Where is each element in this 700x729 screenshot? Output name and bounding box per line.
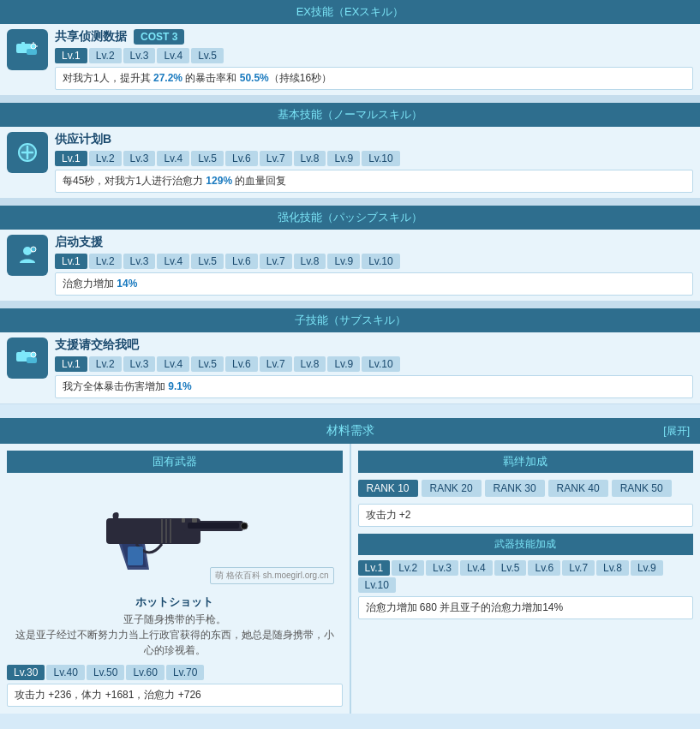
passive-skill-desc: 治愈力增加 14%: [55, 272, 693, 296]
ws-lv-tab-4[interactable]: Lv.5: [494, 560, 527, 576]
ex-skill-row: 共享侦测数据 COST 3 Lv.1 Lv.2 Lv.3 Lv.4 Lv.5 对…: [0, 24, 700, 96]
weapon-lv-tab-1[interactable]: Lv.40: [46, 665, 84, 680]
basic-skill-label: 基本技能（ノーマルスキル）: [278, 108, 422, 121]
sub-lv-tab-3[interactable]: Lv.4: [157, 356, 189, 372]
basic-lv-tab-0[interactable]: Lv.1: [55, 151, 87, 166]
svg-rect-17: [188, 523, 239, 529]
expand-button[interactable]: [展开]: [663, 424, 690, 439]
basic-lv-tab-2[interactable]: Lv.3: [123, 151, 156, 166]
svg-rect-23: [128, 547, 143, 565]
materials-body: 固有武器: [0, 444, 700, 714]
rank-tab-3[interactable]: RANK 40: [548, 480, 608, 497]
ws-lv-tab-0[interactable]: Lv.1: [358, 560, 391, 576]
ex-lv-tab-0[interactable]: Lv.1: [55, 48, 87, 63]
weapon-lv-desc: 攻击力 +236，体力 +1681，治愈力 +726: [7, 684, 343, 707]
watermark-text: 萌 格依百科 sh.moegirl.org.cn: [215, 571, 328, 580]
sub-lv-tab-0[interactable]: Lv.1: [55, 356, 87, 372]
ws-lv-tab-row2[interactable]: Lv.10: [358, 577, 396, 593]
svg-point-24: [241, 523, 248, 529]
ws-lv-tab-1[interactable]: Lv.2: [392, 560, 424, 576]
rank-tab-2[interactable]: RANK 30: [485, 480, 545, 497]
weapon-skill-section: 武器技能加成 Lv.1 Lv.2 Lv.3 Lv.4 Lv.5 Lv.6 Lv.…: [358, 534, 694, 619]
svg-rect-21: [192, 518, 197, 523]
basic-lv-tab-1[interactable]: Lv.2: [89, 151, 122, 166]
sub-lv-tab-4[interactable]: Lv.5: [191, 356, 224, 372]
passive-lv-tab-7[interactable]: Lv.8: [294, 254, 326, 269]
basic-lv-tab-6[interactable]: Lv.7: [260, 151, 292, 166]
passive-lv-tab-9[interactable]: Lv.10: [362, 254, 399, 269]
materials-title: 材料需求: [326, 423, 374, 439]
ws-lv-tab-3[interactable]: Lv.4: [460, 560, 493, 576]
passive-lv-tab-4[interactable]: Lv.5: [191, 254, 224, 269]
weapon-lv-tab-3[interactable]: Lv.60: [126, 665, 164, 680]
weapon-lv-tab-0[interactable]: Lv.30: [7, 665, 45, 680]
weapon-flavor: 亚子随身携带的手枪。 这是亚子经过不断努力力当上行政官获得的东西，她总是随身携带…: [7, 612, 343, 658]
ws-lv-tab-2[interactable]: Lv.3: [426, 560, 458, 576]
weapon-lv-tab-4[interactable]: Lv.70: [166, 665, 204, 680]
weapon-flavor-2: 这是亚子经过不断努力力当上行政官获得的东西，她总是随身携带，小心的珍视着。: [10, 627, 339, 658]
ex-level-tabs: Lv.1 Lv.2 Lv.3 Lv.4 Lv.5: [55, 48, 693, 63]
ex-skill-label: EX技能（EXスキル）: [296, 5, 404, 18]
ex-lv-tab-3[interactable]: Lv.4: [157, 48, 189, 63]
weapon-lv-tab-2[interactable]: Lv.50: [87, 665, 124, 680]
rank-desc: 攻击力 +2: [358, 504, 694, 527]
passive-lv-tab-6[interactable]: Lv.7: [260, 254, 292, 269]
rank-panel-title: 羁绊加成: [358, 451, 694, 473]
passive-lv-tab-3[interactable]: Lv.4: [157, 254, 189, 269]
rank-tab-1[interactable]: RANK 20: [422, 480, 482, 497]
rank-tabs: RANK 10 RANK 20 RANK 30 RANK 40 RANK 50: [358, 480, 694, 497]
passive-level-tabs: Lv.1 Lv.2 Lv.3 Lv.4 Lv.5 Lv.6 Lv.7 Lv.8 …: [55, 254, 693, 269]
ex-lv-tab-2[interactable]: Lv.3: [123, 48, 156, 63]
passive-skill-name: 启动支援: [55, 235, 103, 250]
passive-lv-tab-5[interactable]: Lv.6: [225, 254, 258, 269]
basic-skill-section: 基本技能（ノーマルスキル） 供应计划B Lv.1 Lv.2 Lv.3 Lv.4 …: [0, 103, 700, 199]
rank-panel: 羁绊加成 RANK 10 RANK 20 RANK 30 RANK 40 RAN…: [351, 444, 701, 714]
weapon-panel-title: 固有武器: [7, 451, 343, 473]
weapon-flavor-1: 亚子随身携带的手枪。: [10, 612, 339, 627]
ex-lv-tab-4[interactable]: Lv.5: [191, 48, 224, 63]
ex-skill-name: 共享侦测数据: [55, 29, 127, 45]
basic-skill-name: 供应计划B: [55, 132, 111, 147]
passive-lv-tab-2[interactable]: Lv.3: [123, 254, 156, 269]
rank-tab-0[interactable]: RANK 10: [358, 480, 418, 497]
sub-skill-row: 支援请交给我吧 Lv.1 Lv.2 Lv.3 Lv.4 Lv.5 Lv.6 Lv…: [0, 332, 700, 404]
weapon-skill-desc: 治愈力增加 680 并且亚子的治愈力增加14%: [358, 596, 694, 619]
materials-section: 材料需求 [展开] 固有武器: [0, 418, 700, 714]
passive-skill-header: 强化技能（パッシブスキル）: [0, 206, 700, 230]
basic-lv-tab-5[interactable]: Lv.6: [225, 151, 258, 166]
ws-lv-tab-5[interactable]: Lv.6: [528, 560, 560, 576]
basic-lv-tab-8[interactable]: Lv.9: [327, 151, 360, 166]
passive-lv-tab-0[interactable]: Lv.1: [55, 254, 87, 269]
ex-cost-badge: COST 3: [134, 29, 184, 45]
sub-skill-header: 子技能（サブスキル）: [0, 308, 700, 332]
sub-lv-tab-1[interactable]: Lv.2: [89, 356, 122, 372]
basic-skill-icon: [7, 132, 48, 173]
passive-lv-tab-8[interactable]: Lv.9: [327, 254, 360, 269]
sub-lv-tab-9[interactable]: Lv.10: [362, 356, 399, 372]
ex-lv-tab-1[interactable]: Lv.2: [89, 48, 122, 63]
materials-header: 材料需求 [展开]: [0, 418, 700, 444]
basic-lv-tab-4[interactable]: Lv.5: [191, 151, 224, 166]
ws-lv-tab-8[interactable]: Lv.9: [631, 560, 663, 576]
sub-lv-tab-8[interactable]: Lv.9: [327, 356, 360, 372]
rank-tab-4[interactable]: RANK 50: [612, 480, 672, 497]
ex-skill-icon: [7, 29, 48, 70]
ws-lv-tab-6[interactable]: Lv.7: [562, 560, 595, 576]
sub-lv-tab-5[interactable]: Lv.6: [225, 356, 258, 372]
ex-skill-header: EX技能（EXスキル）: [0, 0, 700, 24]
passive-lv-tab-1[interactable]: Lv.2: [89, 254, 122, 269]
ex-skill-desc: 对我方1人，提升其 27.2% 的暴击率和 50.5%（持续16秒）: [55, 67, 693, 90]
ws-lv-tab-7[interactable]: Lv.8: [596, 560, 629, 576]
basic-skill-content: 供应计划B Lv.1 Lv.2 Lv.3 Lv.4 Lv.5 Lv.6 Lv.7…: [55, 132, 693, 193]
sub-skill-desc: 我方全体暴击伤害增加 9.1%: [55, 375, 693, 398]
basic-skill-desc: 每45秒，对我方1人进行治愈力 129% 的血量回复: [55, 170, 693, 193]
basic-lv-tab-7[interactable]: Lv.8: [294, 151, 326, 166]
sub-lv-tab-2[interactable]: Lv.3: [123, 356, 156, 372]
watermark: 萌 格依百科 sh.moegirl.org.cn: [210, 567, 333, 584]
weapon-skill-tabs: Lv.1 Lv.2 Lv.3 Lv.4 Lv.5 Lv.6 Lv.7 Lv.8 …: [358, 560, 694, 593]
basic-lv-tab-3[interactable]: Lv.4: [157, 151, 189, 166]
sub-lv-tab-7[interactable]: Lv.8: [294, 356, 326, 372]
basic-lv-tab-9[interactable]: Lv.10: [362, 151, 399, 166]
sub-lv-tab-6[interactable]: Lv.7: [260, 356, 292, 372]
svg-rect-2: [27, 49, 37, 55]
